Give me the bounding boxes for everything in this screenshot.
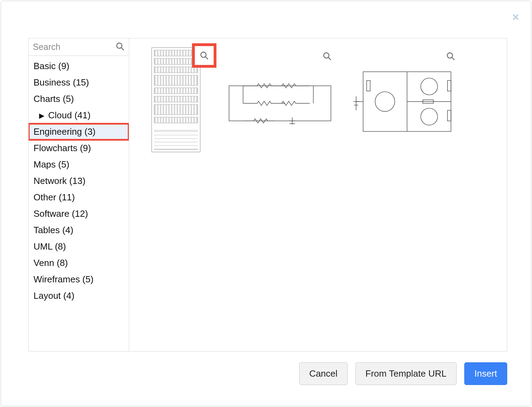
category-network[interactable]: Network (13) (29, 173, 129, 189)
category-label: Software (12) (34, 208, 88, 219)
category-label: Charts (5) (34, 94, 74, 104)
category-wireframes[interactable]: Wireframes (5) (29, 271, 129, 288)
insert-button[interactable]: Insert (464, 362, 507, 385)
category-label: UML (8) (34, 241, 66, 252)
category-label: Network (13) (34, 176, 86, 186)
search-input[interactable] (29, 38, 129, 56)
template-dialog: × Basic (9) Business (15) Charts (5) (1, 1, 531, 406)
svg-line-3 (205, 57, 208, 59)
svg-point-19 (421, 108, 437, 125)
category-label: Tables (4) (34, 225, 73, 236)
category-charts[interactable]: Charts (5) (29, 91, 129, 107)
category-layout[interactable]: Layout (4) (29, 288, 129, 304)
category-label: Wireframes (5) (34, 274, 94, 285)
category-software[interactable]: Software (12) (29, 206, 129, 222)
category-list: Basic (9) Business (15) Charts (5) ▶ Clo… (29, 56, 129, 308)
category-flowcharts[interactable]: Flowcharts (9) (29, 140, 129, 156)
category-venn[interactable]: Venn (8) (29, 255, 129, 271)
category-engineering[interactable]: Engineering (3) (29, 124, 129, 140)
svg-rect-21 (448, 110, 451, 121)
category-label: Engineering (3) (34, 126, 96, 137)
category-maps[interactable]: Maps (5) (29, 156, 129, 173)
category-business[interactable]: Business (15) (29, 74, 129, 91)
svg-point-18 (421, 78, 437, 95)
svg-point-12 (447, 53, 452, 58)
from-template-url-button[interactable]: From Template URL (355, 362, 457, 385)
category-label: Venn (8) (34, 258, 68, 268)
category-label: Business (15) (34, 77, 89, 88)
category-label: Maps (5) (34, 159, 69, 170)
svg-point-4 (324, 53, 329, 58)
magnify-icon[interactable] (446, 52, 455, 62)
category-other[interactable]: Other (11) (29, 189, 129, 206)
svg-line-5 (328, 57, 331, 60)
category-label: Flowcharts (9) (34, 143, 91, 154)
magnify-icon[interactable] (192, 43, 216, 68)
svg-point-17 (375, 92, 395, 111)
category-basic[interactable]: Basic (9) (29, 58, 129, 74)
search-field[interactable] (29, 38, 129, 56)
magnify-icon[interactable] (323, 52, 332, 62)
dialog-buttons: Cancel From Template URL Insert (299, 362, 507, 385)
sidebar: Basic (9) Business (15) Charts (5) ▶ Clo… (29, 38, 129, 351)
svg-rect-20 (448, 81, 451, 91)
category-tables[interactable]: Tables (4) (29, 222, 129, 238)
svg-point-2 (201, 52, 206, 57)
cancel-button[interactable]: Cancel (299, 362, 348, 385)
category-label: Cloud (41) (48, 110, 90, 121)
template-gallery (129, 38, 507, 351)
category-label: Other (11) (34, 192, 75, 203)
category-uml[interactable]: UML (8) (29, 238, 129, 255)
template-resistor-network[interactable] (222, 45, 338, 154)
expand-icon[interactable]: ▶ (38, 111, 45, 120)
template-mesh-circuit[interactable] (346, 45, 461, 154)
category-label: Layout (4) (34, 290, 74, 301)
template-thumbnail (346, 45, 461, 154)
svg-rect-23 (367, 81, 370, 91)
template-electrical-cabinet[interactable] (138, 45, 214, 154)
template-thumbnail (222, 45, 338, 154)
close-icon[interactable]: × (512, 11, 519, 23)
svg-line-13 (452, 57, 455, 60)
dialog-body: Basic (9) Business (15) Charts (5) ▶ Clo… (28, 38, 507, 352)
category-label: Basic (9) (34, 61, 69, 72)
category-cloud[interactable]: ▶ Cloud (41) (29, 107, 129, 124)
